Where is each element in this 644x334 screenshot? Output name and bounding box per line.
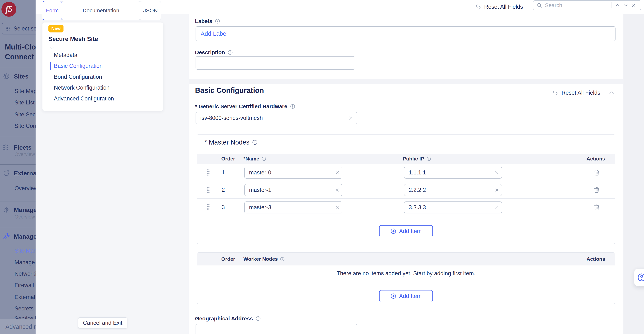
info-icon[interactable]: [290, 104, 295, 109]
clear-field-button[interactable]: [335, 205, 340, 210]
cancel-and-exit-button[interactable]: Cancel and Exit: [78, 317, 127, 329]
info-icon[interactable]: [262, 156, 266, 161]
sidebar-item-networking[interactable]: Networkin: [0, 270, 36, 278]
plus-circle-icon: [390, 228, 396, 234]
trash-icon: [593, 169, 600, 176]
step-metadata[interactable]: Metadata: [42, 50, 163, 60]
order-number: 3: [222, 204, 225, 211]
sidebar-section-managed[interactable]: Managed: [0, 206, 36, 214]
undo-icon: [475, 4, 481, 10]
clear-field-button[interactable]: [335, 170, 340, 175]
search-input[interactable]: [545, 2, 610, 8]
sidebar-section-fleets[interactable]: Fleets: [0, 143, 36, 151]
sidebar-item-site-connectivity[interactable]: Site Conn: [0, 122, 36, 130]
info-icon[interactable]: [252, 139, 258, 145]
info-icon[interactable]: [256, 316, 261, 321]
labels-input[interactable]: Add Label: [196, 26, 616, 41]
f5-logo[interactable]: f5: [2, 2, 16, 17]
wrench-icon: [3, 233, 10, 240]
sidebar-item-label: Site Map: [14, 88, 36, 94]
sidebar-sub-fleets-overview[interactable]: Overview: [0, 151, 36, 158]
node-name-input[interactable]: [244, 167, 342, 179]
drag-handle-icon[interactable]: [206, 186, 210, 193]
geo-address-input[interactable]: [196, 324, 357, 334]
section-reset-row: Reset All Fields: [552, 90, 614, 96]
help-button[interactable]: [634, 269, 644, 286]
sidebar-section-sites[interactable]: Sites: [0, 72, 36, 80]
step-basic-configuration[interactable]: Basic Configuration: [42, 60, 163, 71]
search-prev-button[interactable]: [614, 1, 622, 9]
drag-handle-icon[interactable]: [206, 204, 210, 211]
step-bond-configuration[interactable]: Bond Configuration: [42, 71, 163, 82]
sidebar-external-label: External: [14, 170, 36, 177]
clear-field-button[interactable]: [335, 188, 340, 192]
info-icon[interactable]: [280, 257, 285, 262]
geo-address-text: Geographical Address: [195, 316, 253, 322]
section-reset-label[interactable]: Reset All Fields: [562, 90, 600, 96]
clear-field-button[interactable]: [495, 205, 499, 210]
master-table-header: Order *Name Public IP Actions: [197, 154, 615, 164]
chevron-up-icon: [609, 90, 614, 96]
public-ip-input[interactable]: [404, 201, 502, 213]
sidebar-sub-managed-overview[interactable]: Overview: [0, 214, 36, 220]
sidebar-divider: [0, 67, 36, 67]
drag-handle-icon[interactable]: [206, 169, 210, 176]
reset-all-fields-button[interactable]: Reset All Fields: [475, 0, 523, 14]
description-input[interactable]: [196, 56, 355, 70]
sidebar-divider: [0, 201, 36, 201]
sidebar-item-site-security[interactable]: Site Secur: [0, 111, 36, 119]
wizard-title: Secure Mesh Site: [48, 35, 98, 42]
description-field-wrap: [196, 56, 355, 70]
search-close-button[interactable]: [630, 1, 638, 9]
sidebar-item-site-list[interactable]: Site List: [0, 99, 36, 107]
step-network-configuration[interactable]: Network Configuration: [42, 82, 163, 93]
info-icon[interactable]: [215, 18, 220, 24]
delete-row-button[interactable]: [593, 169, 600, 176]
order-number: 2: [222, 187, 225, 193]
sidebar-item-secrets[interactable]: Secrets: [0, 305, 36, 313]
sidebar-section-manage[interactable]: Manage: [0, 233, 36, 240]
collapse-section-button[interactable]: [609, 90, 614, 96]
step-advanced-configuration[interactable]: Advanced Configuration: [42, 93, 163, 104]
sidebar-section-external[interactable]: External: [0, 169, 36, 177]
sidebar-item-manage-keys[interactable]: Manage K: [0, 258, 36, 266]
clear-field-button[interactable]: [495, 188, 499, 192]
sidebar-item-site-management[interactable]: Site Mana: [0, 247, 36, 255]
clear-field-button[interactable]: [348, 116, 353, 120]
sidebar-divider: [0, 164, 36, 165]
add-label-link[interactable]: Add Label: [201, 30, 228, 37]
search-next-button[interactable]: [622, 1, 630, 9]
tab-form[interactable]: Form: [43, 1, 62, 20]
info-icon[interactable]: [228, 50, 233, 55]
tab-documentation[interactable]: Documentation: [62, 1, 140, 20]
hardware-field-label: * Generic Server Certified Hardware: [195, 103, 295, 109]
node-name-input[interactable]: [244, 201, 342, 213]
sidebar-item-site-map[interactable]: Site Map: [0, 87, 36, 95]
hardware-input[interactable]: [196, 112, 357, 124]
sidebar-item-firewall[interactable]: Firewall: [0, 281, 36, 289]
master-nodes-title: * Master Nodes: [204, 139, 258, 146]
tab-json[interactable]: JSON: [140, 1, 161, 20]
clear-field-button[interactable]: [495, 170, 499, 175]
add-master-node-button[interactable]: Add Item: [379, 225, 433, 237]
info-icon[interactable]: [426, 156, 431, 161]
clear-x-icon: [335, 170, 340, 175]
node-name-input[interactable]: [244, 184, 342, 196]
add-worker-node-button[interactable]: Add Item: [379, 290, 433, 302]
hardware-text: * Generic Server Certified Hardware: [195, 103, 287, 109]
service-title-line2: Connect: [5, 52, 36, 62]
chevron-up-icon: [615, 3, 620, 8]
clear-x-icon: [495, 188, 499, 192]
sidebar-item-external-overview[interactable]: Overview: [0, 184, 36, 192]
public-ip-input[interactable]: [404, 184, 502, 196]
new-badge: New: [48, 25, 64, 32]
master-node-row: 3: [197, 199, 615, 216]
empty-state-message: There are no items added yet. Start by a…: [197, 270, 615, 277]
sidebar-manage-label: Manage: [14, 233, 36, 240]
delete-row-button[interactable]: [593, 204, 600, 211]
public-ip-input[interactable]: [404, 167, 502, 179]
sidebar-item-external-services[interactable]: External S: [0, 293, 36, 301]
select-service-dropdown[interactable]: Select se: [2, 23, 36, 34]
advanced-nav-toggle[interactable]: Advanced nav op: [0, 319, 36, 334]
delete-row-button[interactable]: [593, 186, 600, 193]
